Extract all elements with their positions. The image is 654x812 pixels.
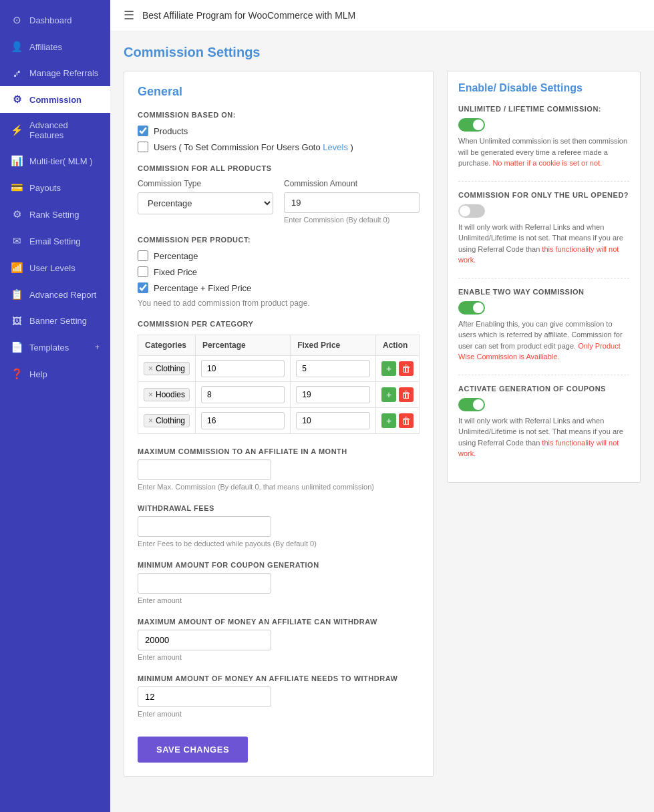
- coupons-toggle[interactable]: [458, 398, 485, 411]
- rank-setting-icon: ⚙: [11, 208, 23, 220]
- per-product-both-checkbox[interactable]: [138, 282, 148, 293]
- sidebar-item-commission[interactable]: ⚙ Commission: [0, 86, 110, 113]
- sidebar-item-multi-tier[interactable]: 📊 Multi-tier( MLM ): [0, 148, 110, 174]
- sidebar-item-manage-referrals[interactable]: ⑇ Manage Referrals: [0, 60, 110, 86]
- sidebar-item-user-levels[interactable]: 📶 User Levels: [0, 254, 110, 281]
- max-withdraw-label: MAXIMUM AMOUNT OF MONEY AN AFFILIATE CAN…: [138, 618, 420, 626]
- page-content: Commission Settings General COMMISSION B…: [110, 31, 654, 790]
- category-cell: × Clothing: [138, 408, 196, 434]
- category-tag: × Hoodies: [144, 388, 190, 401]
- url-only-toggle[interactable]: [458, 204, 485, 218]
- sidebar-item-payouts[interactable]: 💳 Payouts: [0, 174, 110, 201]
- withdrawal-fees-hint: Enter Fees to be deducted while payouts …: [138, 540, 420, 548]
- sidebar-item-templates[interactable]: 📄 Templates +: [0, 334, 110, 361]
- sidebar-item-advanced-report[interactable]: 📋 Advanced Report: [0, 281, 110, 308]
- per-product-fixed-checkbox[interactable]: [138, 266, 148, 277]
- min-coupon-input[interactable]: [138, 573, 271, 594]
- advanced-features-icon: ⚡: [11, 124, 23, 136]
- commission-for-all-label: COMMISSION FOR ALL PRODUCTS: [138, 164, 420, 172]
- unlimited-lifetime-desc: When Unlimited commission is set then co…: [458, 136, 629, 169]
- menu-icon[interactable]: ☰: [124, 8, 134, 23]
- sidebar-item-label: Manage Referrals: [29, 68, 100, 78]
- per-product-both-row: Percentage + Fixed Price: [138, 282, 420, 293]
- max-commission-label: MAXIMUM COMMISSION TO AN AFFILIATE IN A …: [138, 447, 420, 455]
- max-withdraw-input[interactable]: [138, 630, 271, 650]
- products-checkbox-row: Products: [138, 126, 420, 136]
- commission-for-all: COMMISSION FOR ALL PRODUCTS Commission T…: [138, 164, 420, 224]
- levels-link[interactable]: Levels: [323, 142, 348, 152]
- multi-tier-icon: 📊: [11, 155, 23, 167]
- percentage-input[interactable]: [201, 412, 285, 429]
- percentage-input[interactable]: [201, 386, 285, 403]
- sidebar-item-label: Templates: [29, 343, 88, 353]
- sidebar-item-label: Affiliates: [29, 42, 100, 52]
- max-commission-hint: Enter Max. Commission (By default 0, tha…: [138, 483, 420, 491]
- commission-per-product: COMMISSION PER PRODUCT: Percentage Fixed…: [138, 236, 420, 308]
- commission-icon: ⚙: [11, 93, 23, 106]
- url-only-desc: It will only work with Referral Links an…: [458, 222, 629, 266]
- sidebar-item-label: Multi-tier( MLM ): [29, 156, 100, 166]
- commission-per-category: COMMISSION PER CATEGORY Categories Perce…: [138, 320, 420, 434]
- users-checkbox-row: Users ( To Set Commission For Users Goto…: [138, 142, 420, 152]
- per-product-percentage-row: Percentage: [138, 250, 420, 261]
- sidebar-item-label: Advanced Report: [29, 290, 100, 300]
- sidebar-item-banner-setting[interactable]: 🖼 Banner Setting: [0, 308, 110, 334]
- products-checkbox[interactable]: [138, 126, 148, 136]
- sidebar-item-label: Banner Setting: [29, 316, 100, 326]
- two-way-toggle[interactable]: [458, 301, 485, 315]
- add-row-button[interactable]: +: [381, 361, 396, 376]
- fixed-price-input[interactable]: [296, 412, 370, 429]
- templates-icon: 📄: [11, 341, 23, 353]
- percentage-cell: [196, 382, 291, 408]
- users-checkbox[interactable]: [138, 142, 148, 152]
- delete-row-button[interactable]: 🗑: [399, 413, 414, 428]
- save-changes-button[interactable]: SAVE CHANGES: [138, 737, 248, 763]
- col-categories: Categories: [138, 335, 196, 356]
- sidebar-item-affiliates[interactable]: 👤 Affiliates: [0, 33, 110, 60]
- add-row-button[interactable]: +: [381, 413, 396, 428]
- url-only-label: COMMISSION FOR ONLY THE URL OPENED?: [458, 191, 629, 199]
- withdrawal-fees-section: WITHDRAWAL FEES Enter Fees to be deducte…: [138, 504, 420, 548]
- col-action: Action: [375, 335, 419, 356]
- tag-remove[interactable]: ×: [148, 390, 153, 399]
- coupons-setting: ACTIVATE GENERATION OF COUPONS It will o…: [458, 385, 629, 459]
- per-product-fixed-label: Fixed Price: [154, 267, 197, 277]
- unlimited-lifetime-setting: UNLIMITED / LIFETIME COMMISSION: When Un…: [458, 105, 629, 169]
- min-withdraw-hint: Enter amount: [138, 710, 420, 718]
- percentage-input[interactable]: [201, 360, 285, 377]
- withdrawal-fees-input[interactable]: [138, 516, 271, 537]
- sidebar-item-label: Rank Setting: [29, 210, 100, 220]
- sidebar-item-email-setting[interactable]: ✉ Email Setting: [0, 228, 110, 254]
- col-fixed-price: Fixed Price: [291, 335, 376, 356]
- two-way-setting: ENABLE TWO WAY COMMISSION After Enabling…: [458, 288, 629, 363]
- min-withdraw-input[interactable]: [138, 686, 271, 707]
- two-way-label: ENABLE TWO WAY COMMISSION: [458, 288, 629, 296]
- tag-remove[interactable]: ×: [148, 416, 153, 425]
- add-row-button[interactable]: +: [381, 387, 396, 402]
- commission-type-group: Commission Type Percentage Fixed Price: [138, 179, 273, 224]
- per-product-label: COMMISSION PER PRODUCT:: [138, 236, 420, 244]
- max-withdraw-hint: Enter amount: [138, 653, 420, 661]
- commission-type-select[interactable]: Percentage Fixed Price: [138, 192, 273, 214]
- commission-amount-input[interactable]: [284, 192, 420, 213]
- max-commission-section: MAXIMUM COMMISSION TO AN AFFILIATE IN A …: [138, 447, 420, 491]
- sidebar-item-label: Payouts: [29, 183, 100, 193]
- sidebar-item-rank-setting[interactable]: ⚙ Rank Setting: [0, 201, 110, 228]
- fixed-price-cell: [291, 408, 376, 434]
- sidebar-item-help[interactable]: ❓ Help: [0, 361, 110, 387]
- fixed-price-input[interactable]: [296, 360, 370, 377]
- per-product-percentage-checkbox[interactable]: [138, 250, 148, 261]
- max-commission-input[interactable]: [138, 459, 271, 480]
- sidebar-item-label: Dashboard: [29, 15, 100, 25]
- unlimited-lifetime-toggle[interactable]: [458, 118, 485, 132]
- fixed-price-input[interactable]: [296, 386, 370, 403]
- help-icon: ❓: [11, 368, 23, 380]
- sidebar-item-dashboard[interactable]: ⊙ Dashboard: [0, 7, 110, 33]
- delete-row-button[interactable]: 🗑: [399, 361, 414, 376]
- per-product-percentage-label: Percentage: [154, 251, 198, 261]
- tag-remove[interactable]: ×: [148, 364, 153, 373]
- delete-row-button[interactable]: 🗑: [399, 387, 414, 402]
- sidebar-item-advanced-features[interactable]: ⚡ Advanced Features: [0, 113, 110, 148]
- manage-referrals-icon: ⑇: [11, 67, 23, 79]
- general-panel: General COMMISSION BASED ON: Products Us…: [124, 71, 434, 777]
